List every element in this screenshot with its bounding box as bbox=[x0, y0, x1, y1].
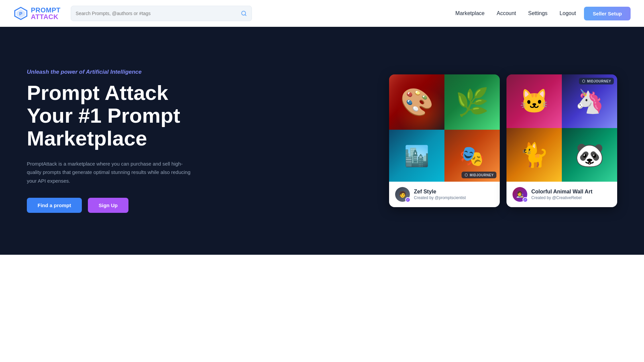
zef-card-info: 🧑 ✓ Zef Style Created by @promptscientis… bbox=[389, 182, 500, 207]
signup-button[interactable]: Sign Up bbox=[88, 198, 128, 213]
animal-image-4 bbox=[562, 128, 617, 182]
zef-card[interactable]: MIDJOURNEY 🧑 ✓ Zef Style Created by @pro… bbox=[389, 74, 500, 207]
animal-text: Colorful Animal Wall Art Created by @Cre… bbox=[531, 189, 592, 200]
navbar: P PROMPT ATTACK Marketplace Account Sett… bbox=[0, 0, 644, 27]
zef-title: Zef Style bbox=[414, 189, 466, 195]
hero-title-line1: Prompt Attack bbox=[27, 81, 168, 104]
nav-marketplace[interactable]: Marketplace bbox=[455, 10, 485, 16]
logo-prompt-text: PROMPT bbox=[31, 7, 61, 13]
hero-description: PromptAttack is a marketplace where you … bbox=[27, 160, 195, 185]
verified-badge-zef: ✓ bbox=[405, 197, 411, 202]
verified-badge-animal: ✓ bbox=[523, 197, 528, 202]
midjourney-icon-animal bbox=[582, 79, 586, 83]
zef-card-images: MIDJOURNEY bbox=[389, 74, 500, 182]
search-input[interactable] bbox=[76, 11, 241, 16]
bottom-section bbox=[0, 255, 644, 342]
hero-left: Unleash the power of Artificial Intellig… bbox=[27, 69, 221, 213]
zef-creator: Created by @promptscientist bbox=[414, 195, 466, 200]
animal-image-3 bbox=[506, 128, 562, 182]
hero-title-line2: Your #1 Prompt bbox=[27, 104, 180, 127]
zef-image-3 bbox=[389, 130, 444, 182]
hero-title-line3: Marketplace bbox=[27, 127, 147, 150]
zef-avatar: 🧑 ✓ bbox=[395, 187, 410, 202]
animal-avatar: 👩‍🎨 ✓ bbox=[513, 187, 527, 202]
find-prompt-button[interactable]: Find a prompt bbox=[27, 198, 82, 213]
animal-card-images: MIDJOURNEY bbox=[506, 74, 617, 182]
seller-setup-button[interactable]: Seller Setup bbox=[584, 7, 631, 20]
midjourney-badge-animal: MIDJOURNEY bbox=[579, 78, 614, 84]
nav-logout[interactable]: Logout bbox=[559, 10, 576, 16]
svg-text:P: P bbox=[19, 11, 22, 16]
hero-title: Prompt Attack Your #1 Prompt Marketplace bbox=[27, 81, 221, 150]
logo-attack-text: ATTACK bbox=[31, 13, 61, 20]
hero-right: MIDJOURNEY 🧑 ✓ Zef Style Created by @pro… bbox=[221, 74, 617, 207]
midjourney-badge-zef: MIDJOURNEY bbox=[462, 172, 496, 178]
nav-links: Marketplace Account Settings Logout bbox=[455, 10, 576, 16]
search-bar bbox=[71, 6, 252, 21]
animal-title: Colorful Animal Wall Art bbox=[531, 189, 592, 195]
search-icon bbox=[241, 10, 247, 16]
search-button[interactable] bbox=[241, 10, 247, 16]
svg-line-4 bbox=[245, 14, 246, 15]
hero-buttons: Find a prompt Sign Up bbox=[27, 198, 221, 213]
hero-tagline: Unleash the power of Artificial Intellig… bbox=[27, 69, 221, 75]
nav-account[interactable]: Account bbox=[497, 10, 516, 16]
logo[interactable]: P PROMPT ATTACK bbox=[13, 6, 61, 21]
nav-settings[interactable]: Settings bbox=[528, 10, 548, 16]
animal-creator: Created by @CreativeRebel bbox=[531, 195, 592, 200]
hero-section: Unleash the power of Artificial Intellig… bbox=[0, 27, 644, 255]
animal-card[interactable]: MIDJOURNEY 👩‍🎨 ✓ Colorful Animal Wall Ar… bbox=[506, 74, 617, 207]
animal-card-info: 👩‍🎨 ✓ Colorful Animal Wall Art Created b… bbox=[506, 182, 617, 207]
zef-text: Zef Style Created by @promptscientist bbox=[414, 189, 466, 200]
animal-image-1 bbox=[506, 74, 562, 128]
midjourney-icon-zef bbox=[464, 173, 468, 177]
zef-image-1 bbox=[389, 74, 444, 130]
zef-image-2 bbox=[444, 74, 500, 130]
logo-icon: P bbox=[13, 6, 28, 21]
